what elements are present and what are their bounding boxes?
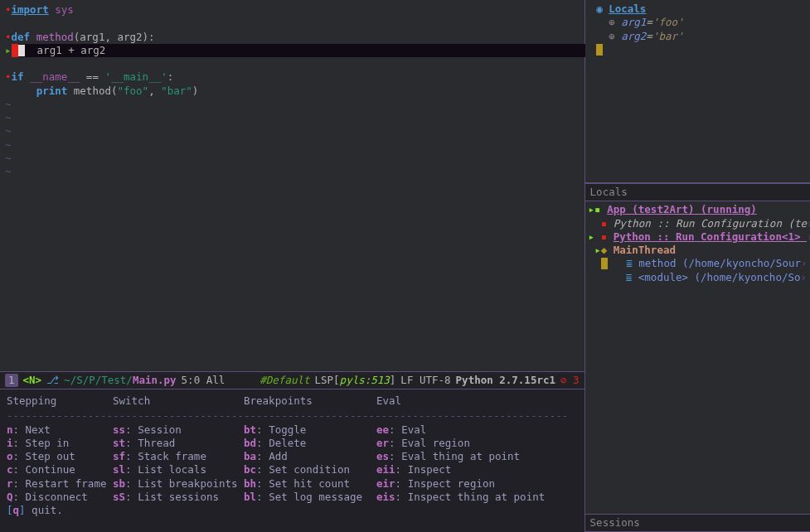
hydra-key-eis[interactable]: eis: Inspect thing at point xyxy=(376,491,578,504)
hydra-header-breakpoints: Breakpoints xyxy=(244,394,376,408)
hydra-key-r[interactable]: r: Restart frame xyxy=(7,477,113,491)
hydra-key-es[interactable]: es: Eval thing at point xyxy=(376,450,578,463)
hydra-key-Q[interactable]: Q: Disconnect xyxy=(7,491,113,504)
session-frame-2[interactable]: ≣ <module> (/home/kyoncho/So› xyxy=(589,271,810,284)
locals-var-arg1[interactable]: ⊕ arg1='foo' xyxy=(590,16,810,29)
left-column: •import sys •def method(arg1, arg2): ▸ a… xyxy=(0,0,585,532)
hydra-key-ee[interactable]: ee: Eval xyxy=(376,423,578,437)
empty-line-tilde: ~ xyxy=(0,152,584,165)
hydra-key-sf[interactable]: sf: Stack frame xyxy=(113,450,244,463)
modeline: 1 <N> ⎇ ~/S/P/Test/Main.py 5:0 All #Defa… xyxy=(0,371,584,389)
hydra-key-o[interactable]: o: Step out xyxy=(7,450,113,463)
empty-line-tilde: ~ xyxy=(0,111,584,124)
empty-line-tilde: ~ xyxy=(0,138,584,152)
empty-line-tilde: ~ xyxy=(0,124,584,138)
session-config-2[interactable]: ▸ ▪ Python :: Run Configuration<1> › xyxy=(589,230,810,244)
session-config-1[interactable]: ▪ Python :: Run Configuration (te› xyxy=(589,217,810,230)
locals-cursor xyxy=(590,43,810,56)
hydra-key-bt[interactable]: bt: Toggle xyxy=(244,423,376,437)
python-version: Python 2.7.15rc1 xyxy=(456,374,555,387)
hydra-quit[interactable]: [q] quit. xyxy=(7,504,578,517)
code-line-1: •import sys xyxy=(0,3,584,17)
hydra-key-eii[interactable]: eii: Inspect xyxy=(376,463,578,476)
hydra-key-sS[interactable]: sS: List sessions xyxy=(113,491,244,504)
hydra-key-bh[interactable]: bh: Set hit count xyxy=(244,477,376,491)
hydra-key-bc[interactable]: bc: Set condition xyxy=(244,463,376,476)
window-number: 1 xyxy=(5,374,18,387)
code-line-blank xyxy=(0,17,584,30)
hydra-key-sl[interactable]: sl: List locals xyxy=(113,463,244,476)
sessions-pane[interactable]: ▸▪ App (test2Art) (running) ▪ Python :: … xyxy=(585,201,810,514)
hydra-header-stepping: Stepping xyxy=(7,394,113,408)
hydra-menu: Stepping Switch Breakpoints Eval -------… xyxy=(0,389,584,532)
hydra-key-er[interactable]: er: Eval region xyxy=(376,437,578,450)
hydra-key-sb[interactable]: sb: List breakpoints xyxy=(113,477,244,491)
hydra-key-eir[interactable]: eir: Inspect region xyxy=(376,477,578,491)
code-line-3: •def method(arg1, arg2): xyxy=(0,31,584,44)
right-column: ◉ Locals ⊕ arg1='foo' ⊕ arg2='bar' Local… xyxy=(585,0,810,532)
evil-state: <N> xyxy=(23,374,42,387)
file-path: ~/S/P/Test/Main.py xyxy=(64,374,176,387)
code-line-4-current: ▸ arg1 + arg2 xyxy=(0,44,584,57)
hydra-header-switch: Switch xyxy=(113,394,244,408)
hydra-header-eval: Eval xyxy=(376,394,578,408)
encoding: LF UTF-8 xyxy=(400,374,450,387)
locals-pane-title: Locals xyxy=(585,183,810,201)
hydra-key-bd[interactable]: bd: Delete xyxy=(244,437,376,450)
sessions-pane-title: Sessions xyxy=(585,514,810,532)
hydra-key-ss[interactable]: ss: Session xyxy=(113,423,244,437)
code-line-6: •if __name__ == '__main__': xyxy=(0,70,584,84)
session-app[interactable]: ▸▪ App (test2Art) (running) xyxy=(589,203,810,216)
locals-var-arg2[interactable]: ⊕ arg2='bar' xyxy=(590,30,810,43)
hydra-key-c[interactable]: c: Continue xyxy=(7,463,113,476)
hydra-key-ba[interactable]: ba: Add xyxy=(244,450,376,463)
hydra-key-i[interactable]: i: Step in xyxy=(7,437,113,450)
empty-line-tilde: ~ xyxy=(0,165,584,178)
cursor-position: 5:0 All xyxy=(182,374,226,387)
code-line-blank-2 xyxy=(0,57,584,70)
hydra-key-bl[interactable]: bl: Set log message xyxy=(244,491,376,504)
session-cursor: ≣ method (/home/kyoncho/Sour› xyxy=(589,257,810,270)
session-thread[interactable]: ▸◆ MainThread xyxy=(589,244,810,257)
hydra-key-st[interactable]: st: Thread xyxy=(113,437,244,450)
code-line-7: print method("foo", "bar") xyxy=(0,85,584,98)
lsp-status: LSP[pyls:513] xyxy=(315,374,396,387)
locals-root[interactable]: ◉ Locals xyxy=(590,2,810,16)
error-count: ⊘ 3 xyxy=(560,374,580,387)
hydra-separator: ----------------------------------------… xyxy=(7,409,578,423)
locals-pane[interactable]: ◉ Locals ⊕ arg1='foo' ⊕ arg2='bar' xyxy=(585,0,810,183)
code-editor[interactable]: •import sys •def method(arg1, arg2): ▸ a… xyxy=(0,0,584,371)
hydra-key-n[interactable]: n: Next xyxy=(7,423,113,437)
config-tag: #Default xyxy=(259,374,309,387)
git-branch-icon: ⎇ xyxy=(46,374,59,387)
app-root: •import sys •def method(arg1, arg2): ▸ a… xyxy=(0,0,810,532)
empty-line-tilde: ~ xyxy=(0,98,584,111)
